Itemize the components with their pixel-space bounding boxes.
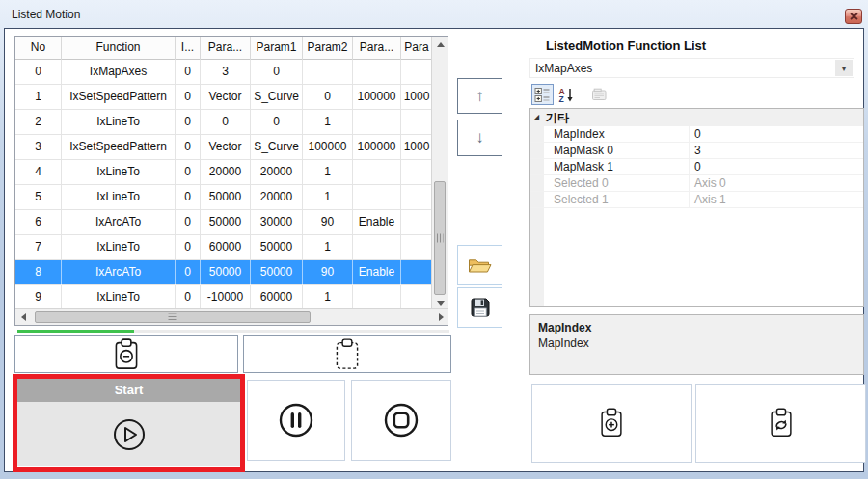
table-cell[interactable]: [401, 185, 433, 210]
table-cell[interactable]: 20000: [201, 160, 251, 185]
table-cell[interactable]: 0: [176, 185, 201, 210]
property-row[interactable]: MapMask 10: [530, 159, 863, 175]
property-row[interactable]: MapIndex0: [530, 126, 863, 143]
table-cell[interactable]: 0: [251, 110, 303, 135]
table-cell[interactable]: IxLineTo: [62, 235, 176, 260]
table-cell[interactable]: 100000: [303, 135, 353, 160]
horizontal-scroll-thumb[interactable]: [35, 311, 311, 323]
table-cell[interactable]: IxArcATo: [62, 210, 176, 235]
table-row[interactable]: 2IxLineTo0001: [15, 110, 448, 135]
table-cell[interactable]: 3: [201, 60, 251, 85]
table-row[interactable]: 5IxLineTo050000200001: [15, 185, 448, 210]
table-cell[interactable]: 100000: [353, 85, 401, 110]
table-cell[interactable]: 0: [303, 85, 353, 110]
table-cell[interactable]: 9: [15, 285, 62, 310]
update-list-button[interactable]: [695, 384, 866, 463]
vertical-scroll-thumb[interactable]: [434, 181, 446, 295]
add-to-list-button[interactable]: [531, 384, 692, 463]
horizontal-scrollbar[interactable]: [15, 308, 448, 325]
table-cell[interactable]: [353, 60, 401, 85]
table-cell[interactable]: 1: [303, 185, 353, 210]
property-name[interactable]: MapIndex: [530, 126, 690, 142]
table-cell[interactable]: [401, 210, 433, 235]
property-value[interactable]: 0: [690, 126, 863, 142]
column-header[interactable]: Param1: [251, 37, 303, 60]
table-row[interactable]: 1IxSetSpeedPattern0VectorS_Curve01000001…: [15, 85, 448, 110]
function-select-combo[interactable]: IxMapAxes ▾: [529, 58, 854, 78]
table-cell[interactable]: [401, 60, 433, 85]
table-cell[interactable]: 0: [176, 85, 201, 110]
alphabetical-sort-button[interactable]: A Z: [556, 84, 578, 105]
table-cell[interactable]: 1: [303, 110, 353, 135]
table-cell[interactable]: Vector: [201, 135, 251, 160]
table-cell[interactable]: 0: [251, 60, 303, 85]
move-row-up-button[interactable]: ↑: [457, 78, 502, 114]
property-name[interactable]: MapMask 1: [530, 159, 690, 174]
table-cell[interactable]: [401, 285, 433, 310]
table-cell[interactable]: 1000: [401, 135, 433, 160]
table-cell[interactable]: IxSetSpeedPattern: [62, 85, 176, 110]
vertical-scrollbar[interactable]: [431, 37, 448, 310]
scroll-up-button[interactable]: [432, 37, 448, 52]
table-cell[interactable]: [303, 60, 353, 85]
table-cell[interactable]: 50000: [251, 235, 303, 260]
column-header[interactable]: I...: [176, 37, 201, 60]
table-row[interactable]: 9IxLineTo0-10000600001: [15, 285, 448, 310]
table-cell[interactable]: 20000: [251, 185, 303, 210]
table-cell[interactable]: 0: [176, 60, 201, 85]
combo-dropdown-button[interactable]: ▾: [835, 60, 853, 76]
stop-button[interactable]: [351, 380, 451, 461]
table-cell[interactable]: [353, 110, 401, 135]
column-header[interactable]: Param2: [303, 37, 353, 60]
table-cell[interactable]: [401, 260, 433, 285]
table-cell[interactable]: [401, 110, 433, 135]
table-cell[interactable]: Enable: [353, 210, 401, 235]
table-cell[interactable]: 100000: [353, 135, 401, 160]
table-cell[interactable]: S_Curve: [251, 135, 303, 160]
table-cell[interactable]: 0: [176, 235, 201, 260]
table-cell[interactable]: 3: [15, 135, 62, 160]
table-cell[interactable]: -10000: [201, 285, 251, 310]
property-row[interactable]: MapMask 03: [530, 143, 863, 159]
table-cell[interactable]: IxLineTo: [62, 160, 176, 185]
table-cell[interactable]: 0: [15, 60, 62, 85]
column-header[interactable]: Para...: [201, 37, 251, 60]
table-cell[interactable]: Enable: [353, 260, 401, 285]
table-cell[interactable]: 7: [15, 235, 62, 260]
table-cell[interactable]: 30000: [251, 210, 303, 235]
table-cell[interactable]: 1: [303, 235, 353, 260]
table-cell[interactable]: 1: [15, 85, 62, 110]
table-row[interactable]: 3IxSetSpeedPattern0VectorS_Curve10000010…: [15, 135, 448, 160]
table-cell[interactable]: 0: [176, 260, 201, 285]
table-cell[interactable]: 60000: [201, 235, 251, 260]
table-cell[interactable]: 0: [176, 160, 201, 185]
table-cell[interactable]: 0: [201, 110, 251, 135]
scroll-left-button[interactable]: [15, 309, 32, 325]
table-row[interactable]: 7IxLineTo060000500001: [15, 235, 448, 260]
table-row[interactable]: 4IxLineTo020000200001: [15, 160, 448, 185]
table-row[interactable]: 0IxMapAxes030: [15, 60, 448, 85]
function-table[interactable]: NoFunctionI...Para...Param1Param2Para...…: [14, 36, 448, 326]
table-cell[interactable]: 20000: [251, 160, 303, 185]
table-cell[interactable]: 2: [15, 110, 62, 135]
property-value[interactable]: 0: [690, 159, 863, 174]
table-cell[interactable]: 1: [303, 160, 353, 185]
table-cell[interactable]: IxMapAxes: [62, 60, 176, 85]
table-cell[interactable]: IxArcATo: [62, 260, 176, 285]
table-cell[interactable]: 0: [176, 110, 201, 135]
table-cell[interactable]: 50000: [251, 260, 303, 285]
categorized-view-button[interactable]: [531, 84, 554, 105]
table-cell[interactable]: [353, 235, 401, 260]
table-cell[interactable]: 0: [176, 285, 201, 310]
table-cell[interactable]: 1000: [401, 85, 433, 110]
table-cell[interactable]: 50000: [201, 185, 251, 210]
table-cell[interactable]: 1: [303, 285, 353, 310]
table-cell[interactable]: [401, 235, 433, 260]
table-cell[interactable]: S_Curve: [251, 85, 303, 110]
table-cell[interactable]: IxLineTo: [62, 110, 176, 135]
table-cell[interactable]: 0: [176, 210, 201, 235]
pause-button[interactable]: [247, 380, 345, 461]
table-cell[interactable]: 50000: [201, 210, 251, 235]
property-category-row[interactable]: ◢ 기타: [530, 109, 863, 126]
save-file-button[interactable]: [457, 287, 502, 328]
